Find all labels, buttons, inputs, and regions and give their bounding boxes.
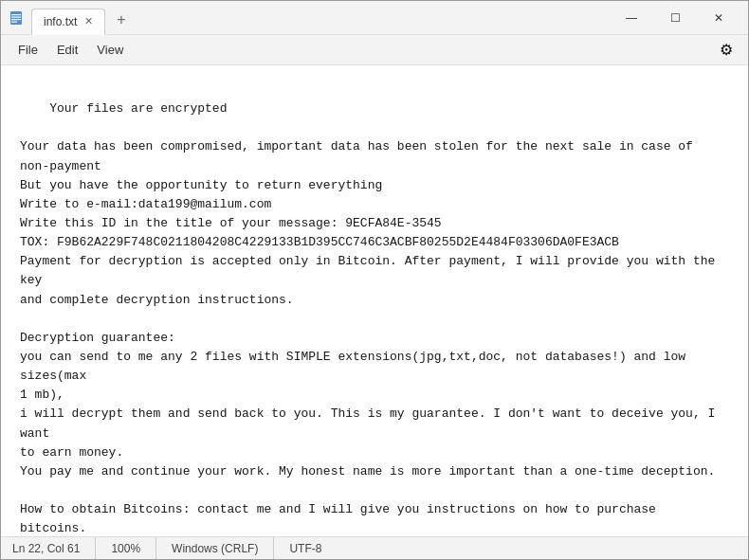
view-menu[interactable]: View — [87, 39, 133, 61]
active-tab[interactable]: info.txt ✕ — [31, 9, 105, 35]
window-controls: — ☐ ✕ — [610, 1, 740, 35]
text-content[interactable]: Your files are encrypted Your data has b… — [1, 65, 748, 536]
minimize-button[interactable]: — — [610, 1, 653, 35]
new-tab-button[interactable]: + — [111, 11, 131, 28]
svg-rect-4 — [11, 21, 17, 22]
tab-close-button[interactable]: ✕ — [84, 15, 93, 27]
zoom-level: 100% — [96, 537, 156, 559]
svg-rect-0 — [10, 11, 22, 25]
line-ending: Windows (CRLF) — [156, 537, 274, 559]
file-content: Your files are encrypted Your data has b… — [20, 101, 722, 536]
encoding: UTF-8 — [274, 537, 337, 559]
file-menu[interactable]: File — [9, 39, 47, 61]
status-bar: Ln 22, Col 61 100% Windows (CRLF) UTF-8 — [1, 536, 748, 559]
title-bar: info.txt ✕ + — ☐ ✕ — [1, 1, 748, 35]
menu-bar: File Edit View ⚙ — [1, 35, 748, 65]
notepad-window: info.txt ✕ + — ☐ ✕ File Edit View ⚙ Your… — [0, 0, 749, 560]
tab-bar: info.txt ✕ + — [31, 5, 610, 31]
close-button[interactable]: ✕ — [697, 1, 740, 35]
svg-rect-3 — [11, 19, 21, 20]
svg-rect-2 — [11, 16, 21, 17]
tab-label: info.txt — [44, 15, 77, 28]
app-icon — [9, 10, 24, 26]
cursor-position: Ln 22, Col 61 — [12, 537, 96, 559]
maximize-button[interactable]: ☐ — [653, 1, 697, 35]
settings-icon[interactable]: ⚙ — [712, 37, 740, 63]
svg-rect-1 — [11, 14, 21, 15]
edit-menu[interactable]: Edit — [47, 39, 87, 61]
